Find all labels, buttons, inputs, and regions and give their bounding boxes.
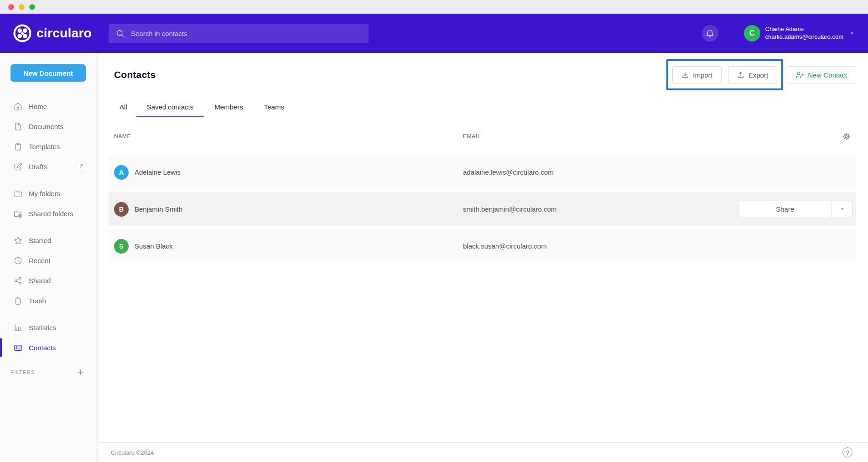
sidebar-item-label: Contacts	[29, 344, 56, 352]
circularo-logo[interactable]: circularo	[13, 24, 95, 42]
table-header: NAME EMAIL	[109, 117, 856, 156]
export-button[interactable]: Export	[728, 66, 777, 83]
main-content: Contacts Import Exp	[98, 53, 868, 462]
share-dropdown-button[interactable]	[832, 201, 852, 218]
sidebar-item-label: Documents	[29, 123, 63, 130]
sidebar-item-recent[interactable]: Recent	[0, 250, 97, 270]
tab-members[interactable]: Members	[204, 97, 254, 117]
sidebar-item-label: Starred	[29, 237, 51, 244]
sidebar-divider	[7, 180, 90, 180]
sidebar-item-templates[interactable]: Templates	[0, 136, 97, 156]
share-icon	[14, 276, 22, 285]
sidebar-item-home[interactable]: Home	[0, 96, 97, 116]
column-header-email: EMAIL	[463, 133, 738, 140]
sidebar-item-drafts[interactable]: Drafts 2	[0, 156, 97, 176]
share-button[interactable]: Share	[738, 201, 832, 218]
document-icon	[14, 122, 22, 131]
search-bar	[109, 24, 369, 43]
page-title: Contacts	[114, 69, 156, 80]
user-avatar: C	[744, 25, 760, 42]
copyright-text: Circularo ©2024	[111, 449, 154, 456]
contacts-icon	[14, 343, 22, 352]
trash-icon	[14, 296, 22, 305]
sidebar-item-my-folders[interactable]: My folders	[0, 183, 97, 203]
sidebar-nav: Home Documents Templates	[0, 96, 97, 376]
sidebar-divider	[7, 227, 90, 227]
user-name: Charlie Adams	[765, 26, 843, 33]
user-meta: Charlie Adams charlie.adams@circularo.co…	[765, 26, 843, 41]
sidebar-divider	[7, 314, 90, 314]
column-header-name: NAME	[114, 133, 463, 140]
contacts-table: A Adelaine Lewis adalaine.lewis@circular…	[109, 156, 856, 266]
contact-email: black.susan@circularo.com	[463, 242, 738, 250]
contact-avatar: B	[114, 202, 129, 217]
sidebar-item-contacts[interactable]: Contacts	[0, 337, 97, 358]
page-actions: Import Export New Contact	[666, 59, 856, 90]
share-split-button: Share	[738, 201, 852, 218]
contact-email: smith.benjamin@circularo.com	[463, 205, 738, 213]
user-email: charlie.adams@circularo.com	[765, 33, 843, 41]
sidebar-item-trash[interactable]: Trash	[0, 291, 97, 311]
contact-name: Susan Black	[135, 242, 172, 250]
sidebar-item-label: Drafts	[29, 163, 47, 171]
sidebar-item-label: Statistics	[29, 324, 56, 332]
contact-avatar: A	[114, 165, 129, 180]
sidebar-divider	[7, 361, 90, 361]
logo-wordmark: circularo	[36, 26, 92, 41]
window-titlebar	[0, 0, 868, 14]
app-window: circularo C Ch	[0, 0, 868, 462]
tab-teams[interactable]: Teams	[254, 97, 295, 117]
shared-folder-icon	[14, 209, 22, 218]
sidebar-item-label: My folders	[29, 190, 60, 197]
contact-name: Adelaine Lewis	[135, 168, 181, 176]
folder-icon	[14, 189, 22, 198]
contact-name: Benjamin Smith	[135, 205, 182, 213]
tab-saved-contacts[interactable]: Saved contacts	[136, 97, 204, 117]
caret-down-icon	[839, 206, 845, 212]
export-icon	[737, 71, 744, 78]
new-contact-label: New Contact	[808, 71, 847, 79]
filters-section: FILTERS	[0, 369, 97, 376]
sidebar-item-documents[interactable]: Documents	[0, 116, 97, 136]
table-settings-button[interactable]	[842, 132, 851, 141]
contact-avatar: S	[114, 239, 129, 254]
sidebar-item-label: Trash	[29, 297, 46, 305]
drafts-count-badge: 2	[77, 162, 86, 171]
sidebar-item-label: Recent	[29, 257, 51, 265]
new-document-button[interactable]: New Document	[10, 64, 86, 82]
window-minimize-button[interactable]	[19, 4, 25, 10]
user-menu[interactable]: C Charlie Adams charlie.adams@circularo.…	[744, 25, 855, 42]
import-export-highlight-box: Import Export	[666, 59, 783, 90]
bell-icon	[706, 29, 714, 38]
sidebar-item-shared[interactable]: Shared	[0, 270, 97, 291]
sidebar-item-label: Shared	[29, 277, 51, 285]
import-button[interactable]: Import	[672, 66, 722, 83]
draft-icon	[14, 162, 22, 171]
table-row[interactable]: S Susan Black black.susan@circularo.com	[109, 229, 856, 263]
sidebar-item-statistics[interactable]: Statistics	[0, 317, 97, 337]
help-button[interactable]: ?	[842, 447, 852, 457]
chevron-down-icon	[849, 30, 855, 36]
search-input[interactable]	[131, 30, 362, 37]
contacts-tabs: All Saved contacts Members Teams	[114, 97, 856, 117]
table-row[interactable]: B Benjamin Smith smith.benjamin@circular…	[109, 192, 856, 226]
new-contact-button[interactable]: New Contact	[787, 66, 856, 83]
window-close-button[interactable]	[8, 4, 14, 10]
sidebar: New Document Home Documents	[0, 53, 98, 462]
header-right-controls: C Charlie Adams charlie.adams@circularo.…	[702, 25, 868, 42]
sidebar-item-label: Home	[29, 103, 47, 110]
window-zoom-button[interactable]	[29, 4, 35, 10]
tab-all[interactable]: All	[114, 97, 136, 117]
home-icon	[14, 102, 22, 111]
star-icon	[14, 236, 22, 245]
template-icon	[14, 142, 22, 151]
export-label: Export	[748, 71, 768, 79]
sidebar-item-starred[interactable]: Starred	[0, 230, 97, 250]
notifications-button[interactable]	[702, 25, 718, 42]
sidebar-item-label: Templates	[29, 143, 60, 151]
sidebar-item-shared-folders[interactable]: Shared folders	[0, 203, 97, 223]
app-header: circularo C Ch	[0, 14, 868, 53]
filters-label: FILTERS	[10, 369, 35, 375]
add-filter-button[interactable]	[77, 369, 84, 376]
table-row[interactable]: A Adelaine Lewis adalaine.lewis@circular…	[109, 156, 856, 189]
